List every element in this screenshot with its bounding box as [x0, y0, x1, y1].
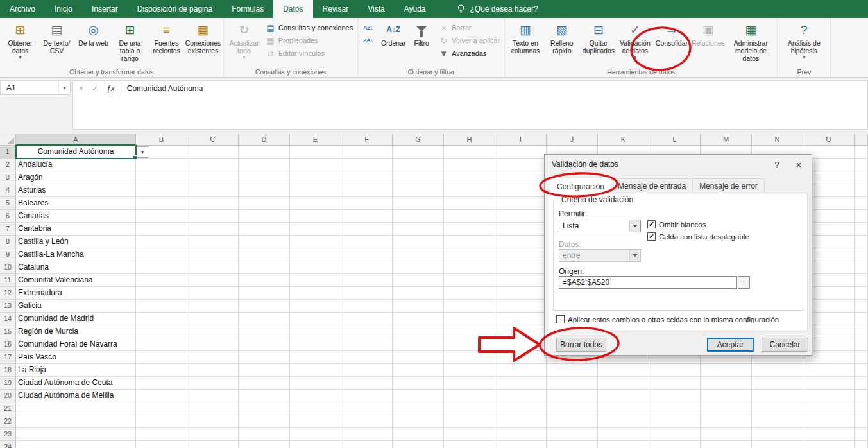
cell-partial-9[interactable]	[855, 248, 868, 261]
cell-G23[interactable]	[393, 428, 444, 441]
enter-icon[interactable]: ✓	[92, 84, 98, 93]
tab-configuracion[interactable]: Configuración	[550, 178, 611, 194]
cell-H12[interactable]	[444, 287, 495, 300]
cell-C16[interactable]	[187, 338, 239, 351]
cell-G15[interactable]	[393, 325, 444, 338]
cell-C13[interactable]	[187, 300, 239, 313]
analisis-hipotesis-button[interactable]: ? Análisis de hipótesis ▾	[779, 19, 828, 60]
cell-C11[interactable]	[187, 274, 239, 287]
cell-E3[interactable]	[290, 171, 341, 184]
cell-G16[interactable]	[393, 338, 444, 351]
cell-E21[interactable]	[290, 402, 341, 415]
cell-L20[interactable]	[649, 390, 701, 402]
row-header-22[interactable]: 22	[0, 415, 16, 428]
cell-dropdown-button[interactable]: ▾	[137, 146, 148, 158]
cell-B4[interactable]	[136, 184, 187, 197]
cell-O21[interactable]	[803, 402, 855, 415]
cell-G21[interactable]	[393, 402, 444, 415]
tab-insertar[interactable]: Insertar	[82, 0, 128, 18]
cell-D4[interactable]	[239, 184, 290, 197]
cell-I20[interactable]	[495, 390, 547, 402]
cell-D19[interactable]	[239, 377, 290, 390]
cell-M19[interactable]	[701, 377, 752, 390]
name-box[interactable]: A1 ▾	[0, 80, 71, 95]
cell-H10[interactable]	[444, 261, 495, 274]
fuentes-recientes-button[interactable]: ≡ Fuentes recientes	[148, 19, 185, 55]
cell-M20[interactable]	[701, 390, 752, 402]
cell-A10[interactable]: Cataluña	[16, 261, 136, 274]
cell-G11[interactable]	[393, 274, 444, 287]
cell-D8[interactable]	[239, 236, 290, 248]
borrar-filtro-button[interactable]: × Borrar	[436, 21, 502, 34]
cell-F4[interactable]	[341, 184, 393, 197]
cell-C9[interactable]	[187, 248, 239, 261]
cell-B10[interactable]	[136, 261, 187, 274]
cell-H2[interactable]	[444, 159, 495, 171]
cell-C14[interactable]	[187, 313, 239, 325]
quitar-duplicados-button[interactable]: ⊟ Quitar duplicados	[580, 19, 617, 55]
cell-J20[interactable]	[547, 390, 598, 402]
cell-I12[interactable]	[495, 287, 547, 300]
cell-partial-22[interactable]	[855, 415, 868, 428]
cell-N18[interactable]	[752, 364, 803, 377]
cell-G6[interactable]	[393, 210, 444, 223]
cell-G19[interactable]	[393, 377, 444, 390]
cell-H24[interactable]	[444, 441, 495, 448]
cell-F9[interactable]	[341, 248, 393, 261]
cell-L24[interactable]	[649, 441, 701, 448]
column-header-N[interactable]: N	[752, 134, 803, 146]
cell-I3[interactable]	[495, 171, 547, 184]
cell-L21[interactable]	[649, 402, 701, 415]
cell-H4[interactable]	[444, 184, 495, 197]
cell-J22[interactable]	[547, 415, 598, 428]
cell-D3[interactable]	[239, 171, 290, 184]
cell-F17[interactable]	[341, 351, 393, 364]
cell-H13[interactable]	[444, 300, 495, 313]
cell-partial-12[interactable]	[855, 287, 868, 300]
column-header-D[interactable]: D	[239, 134, 290, 146]
cell-B17[interactable]	[136, 351, 187, 364]
cell-B5[interactable]	[136, 197, 187, 210]
cell-D12[interactable]	[239, 287, 290, 300]
row-header-14[interactable]: 14	[0, 313, 16, 325]
cell-I1[interactable]	[495, 146, 547, 159]
cell-D13[interactable]	[239, 300, 290, 313]
cell-D21[interactable]	[239, 402, 290, 415]
cell-H21[interactable]	[444, 402, 495, 415]
cell-I8[interactable]	[495, 236, 547, 248]
cell-O22[interactable]	[803, 415, 855, 428]
cell-G4[interactable]	[393, 184, 444, 197]
cell-C17[interactable]	[187, 351, 239, 364]
cell-I10[interactable]	[495, 261, 547, 274]
cell-H16[interactable]	[444, 338, 495, 351]
insert-function-icon[interactable]: ƒx	[106, 84, 115, 93]
cell-J23[interactable]	[547, 428, 598, 441]
cell-I4[interactable]	[495, 184, 547, 197]
help-icon[interactable]: ?	[768, 160, 786, 169]
cell-I11[interactable]	[495, 274, 547, 287]
cell-F1[interactable]	[341, 146, 393, 159]
cell-M18[interactable]	[701, 364, 752, 377]
cell-B16[interactable]	[136, 338, 187, 351]
row-header-23[interactable]: 23	[0, 428, 16, 441]
volver-a-aplicar-button[interactable]: ↻ Volver a aplicar	[436, 34, 502, 47]
cell-D5[interactable]	[239, 197, 290, 210]
cell-G17[interactable]	[393, 351, 444, 364]
cell-A16[interactable]: Comunidad Foral de Navarra	[16, 338, 136, 351]
cell-I23[interactable]	[495, 428, 547, 441]
cell-F12[interactable]	[341, 287, 393, 300]
cell-E14[interactable]	[290, 313, 341, 325]
cell-H20[interactable]	[444, 390, 495, 402]
cell-F21[interactable]	[341, 402, 393, 415]
row-header-11[interactable]: 11	[0, 274, 16, 287]
cell-L19[interactable]	[649, 377, 701, 390]
tab-mensaje-error[interactable]: Mensaje de error	[693, 178, 765, 193]
cell-A3[interactable]: Aragón	[16, 171, 136, 184]
cell-G2[interactable]	[393, 159, 444, 171]
cell-H8[interactable]	[444, 236, 495, 248]
cell-C18[interactable]	[187, 364, 239, 377]
cell-A15[interactable]: Región de Murcia	[16, 325, 136, 338]
cell-O23[interactable]	[803, 428, 855, 441]
cell-E2[interactable]	[290, 159, 341, 171]
cell-A18[interactable]: La Rioja	[16, 364, 136, 377]
